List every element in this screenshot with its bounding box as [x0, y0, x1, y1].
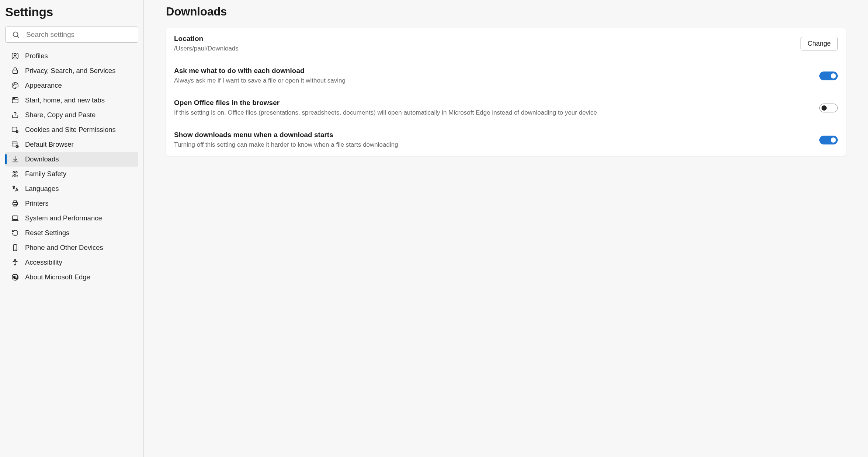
office-toggle[interactable]	[819, 104, 838, 112]
sidebar-item-share[interactable]: Share, Copy and Paste	[5, 108, 138, 122]
sidebar-item-phone[interactable]: Phone and Other Devices	[5, 240, 138, 255]
languages-icon	[11, 185, 19, 193]
sidebar-item-family[interactable]: Family Safety	[5, 167, 138, 181]
sidebar-item-label: Phone and Other Devices	[25, 244, 103, 252]
family-icon	[11, 170, 19, 178]
downloads-card: Location /Users/paul/Downloads Change As…	[166, 28, 846, 156]
svg-rect-25	[13, 216, 18, 220]
sidebar-item-label: Family Safety	[25, 170, 66, 178]
sidebar-item-label: Profiles	[25, 52, 48, 60]
svg-rect-4	[13, 70, 18, 73]
svg-point-20	[16, 171, 17, 173]
search-input[interactable]	[5, 27, 138, 43]
menu-title: Show downloads menu when a download star…	[174, 131, 810, 139]
sidebar: Settings Profiles Privacy, Search, and S…	[0, 0, 144, 457]
ask-desc: Always ask me if I want to save a file o…	[174, 77, 810, 85]
office-text: Open Office files in the browser If this…	[174, 99, 810, 117]
download-icon	[11, 155, 19, 163]
sidebar-item-label: Privacy, Search, and Services	[25, 67, 115, 75]
lock-icon	[11, 67, 19, 75]
location-row: Location /Users/paul/Downloads Change	[166, 28, 846, 60]
sidebar-item-about[interactable]: About Microsoft Edge	[5, 270, 138, 285]
sidebar-item-label: Reset Settings	[25, 229, 69, 237]
sidebar-item-languages[interactable]: Languages	[5, 181, 138, 196]
sidebar-item-label: System and Performance	[25, 214, 102, 222]
main-content: Downloads Location /Users/paul/Downloads…	[144, 0, 868, 457]
svg-point-11	[14, 98, 15, 98]
sidebar-item-start[interactable]: Start, home, and new tabs	[5, 93, 138, 108]
location-text: Location /Users/paul/Downloads	[174, 35, 792, 53]
cookies-icon	[11, 126, 19, 134]
sidebar-item-label: About Microsoft Edge	[25, 273, 90, 281]
menu-text: Show downloads menu when a download star…	[174, 131, 810, 149]
sidebar-item-privacy[interactable]: Privacy, Search, and Services	[5, 63, 138, 78]
ask-toggle[interactable]	[819, 71, 838, 80]
menu-desc: Turning off this setting can make it har…	[174, 141, 810, 149]
svg-point-0	[13, 32, 18, 37]
profile-icon	[11, 52, 19, 60]
search-icon	[12, 31, 20, 39]
palette-icon	[11, 81, 19, 90]
svg-point-19	[13, 171, 14, 173]
phone-icon	[11, 244, 19, 252]
sidebar-item-appearance[interactable]: Appearance	[5, 78, 138, 93]
ask-text: Ask me what to do with each download Alw…	[174, 67, 810, 85]
change-button[interactable]: Change	[801, 37, 838, 50]
sidebar-item-profiles[interactable]: Profiles	[5, 49, 138, 63]
svg-point-2	[14, 53, 16, 56]
sidebar-item-label: Downloads	[25, 155, 59, 163]
sidebar-item-label: Cookies and Site Permissions	[25, 126, 116, 134]
sidebar-item-label: Printers	[25, 199, 49, 207]
sidebar-item-label: Accessibility	[25, 258, 62, 266]
office-desc: If this setting is on, Office files (pre…	[174, 109, 810, 117]
accessibility-icon	[11, 258, 19, 266]
reset-icon	[11, 229, 19, 237]
office-title: Open Office files in the browser	[174, 99, 810, 107]
sidebar-item-reset[interactable]: Reset Settings	[5, 226, 138, 240]
menu-row: Show downloads menu when a download star…	[166, 124, 846, 156]
sidebar-item-default-browser[interactable]: Default Browser	[5, 137, 138, 152]
location-path: /Users/paul/Downloads	[174, 45, 792, 53]
svg-point-7	[15, 84, 16, 84]
sidebar-item-label: Languages	[25, 185, 59, 193]
svg-rect-23	[14, 201, 16, 203]
sidebar-item-system[interactable]: System and Performance	[5, 211, 138, 226]
sidebar-item-cookies[interactable]: Cookies and Site Permissions	[5, 122, 138, 137]
svg-point-10	[13, 98, 14, 98]
sidebar-title: Settings	[5, 5, 138, 19]
printer-icon	[11, 199, 19, 207]
share-icon	[11, 111, 19, 119]
sidebar-item-label: Share, Copy and Paste	[25, 111, 96, 119]
location-title: Location	[174, 35, 792, 43]
sidebar-item-accessibility[interactable]: Accessibility	[5, 255, 138, 270]
svg-point-6	[14, 84, 15, 84]
ask-row: Ask me what to do with each download Alw…	[166, 60, 846, 92]
svg-point-21	[14, 174, 16, 175]
laptop-icon	[11, 214, 19, 222]
nav-list: Profiles Privacy, Search, and Services A…	[5, 49, 138, 285]
svg-point-29	[14, 259, 16, 261]
svg-line-1	[17, 36, 19, 38]
sidebar-item-label: Start, home, and new tabs	[25, 96, 105, 104]
sidebar-item-printers[interactable]: Printers	[5, 196, 138, 211]
ask-title: Ask me what to do with each download	[174, 67, 810, 75]
svg-point-5	[13, 85, 14, 86]
menu-toggle[interactable]	[819, 136, 838, 144]
sidebar-item-label: Appearance	[25, 81, 62, 90]
edge-icon	[11, 273, 19, 281]
browser-check-icon	[11, 140, 19, 149]
window-icon	[11, 96, 19, 104]
page-title: Downloads	[166, 5, 846, 18]
sidebar-item-downloads[interactable]: Downloads	[5, 152, 138, 167]
office-row: Open Office files in the browser If this…	[166, 92, 846, 124]
search-wrapper	[5, 27, 138, 43]
sidebar-item-label: Default Browser	[25, 140, 74, 149]
